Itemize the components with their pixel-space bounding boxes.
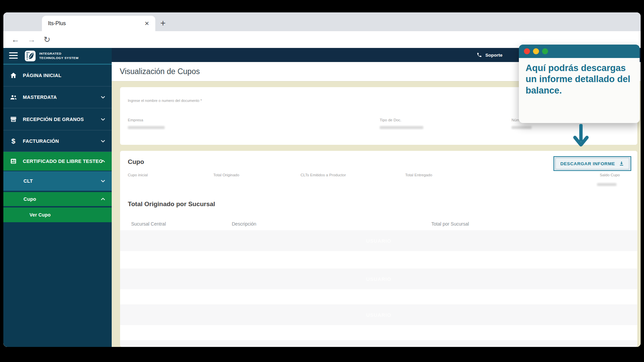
tooltip-yellow-dot-icon [533, 48, 539, 54]
sidebar-item-facturacion[interactable]: $ FACTURACIÓN [3, 130, 112, 152]
col-header-sucursal-central: Sucursal Central [131, 221, 166, 227]
close-tab-icon[interactable]: ✕ [145, 20, 149, 27]
dollar-icon: $ [9, 137, 17, 145]
tooltip-text: Aquí podrás descargas un informe detalla… [526, 63, 633, 96]
usuario-watermark: USUARIO [366, 276, 391, 282]
phone-icon [477, 52, 482, 58]
metric-cupo-inicial: Cupo inicial [128, 173, 148, 177]
search-hint-label: Ingrese el nombre o numero del documento… [128, 99, 202, 103]
table-row[interactable]: USUARIO [120, 340, 637, 347]
sidebar-item-label: PÁGINA INICIAL [23, 73, 61, 78]
back-icon[interactable]: ← [11, 35, 19, 44]
document-icon [9, 158, 17, 165]
metric-clts-emitidos: CLTs Emitidos a Productor [301, 173, 346, 177]
tooltip-red-dot-icon [524, 48, 530, 54]
chevron-up-icon [100, 159, 106, 164]
sidebar-item-label: MASTERDATA [23, 95, 57, 100]
descargar-informe-button[interactable]: DESCARGAR INFORME [555, 158, 629, 169]
sidebar-item-label: CLT [23, 178, 33, 184]
table-row[interactable]: USUARIO [120, 230, 637, 251]
sidebar-item-certificado-de-libre-testeo[interactable]: CERTIFICADO DE LIBRE TESTEO [3, 152, 112, 171]
download-button-label: DESCARGAR INFORME [560, 161, 615, 166]
cupo-card: Cupo Cupo inicial Total Originado CLTs E… [120, 151, 637, 347]
empresa-redacted-value [128, 126, 165, 129]
sidebar: INTEGRATED TECHNOLOGY SYSTEM PÁGINA INIC… [3, 48, 112, 347]
storefront-icon [9, 116, 17, 123]
sidebar-item-label: FACTURACIÓN [23, 138, 59, 144]
col-header-total-por-sucursal: Total por Sucursal [431, 221, 469, 227]
section-title: Total Originado por Sucursal [128, 200, 215, 208]
download-icon [619, 161, 625, 167]
metric-total-entregado: Total Entregado [405, 173, 432, 177]
group-icon [9, 94, 17, 101]
saldo-redacted-value [597, 183, 616, 186]
usuario-watermark: USUARIO [366, 312, 391, 318]
new-tab-icon[interactable]: + [160, 17, 166, 29]
sidebar-item-label: Ver Cupo [30, 212, 51, 218]
support-label: Soporte [485, 53, 502, 58]
table-row[interactable]: USUARIO [120, 268, 637, 289]
chevron-up-icon [100, 196, 106, 202]
browser-tab[interactable]: Its-Plus ✕ [42, 16, 155, 31]
home-icon [9, 72, 17, 79]
its-logo: INTEGRATED TECHNOLOGY SYSTEM [24, 50, 78, 62]
forward-icon[interactable]: → [28, 35, 36, 44]
hamburger-menu-icon[interactable] [9, 52, 18, 59]
metric-saldo-cupo: Saldo Cupo [600, 173, 620, 177]
onboarding-tooltip: Aquí podrás descargas un informe detalla… [519, 45, 640, 123]
sidebar-item-label: CERTIFICADO DE LIBRE TESTEO [23, 159, 103, 164]
tipo-doc-field-label: Tipo de Doc. [380, 118, 401, 122]
browser-tabstrip: Its-Plus ✕ + [3, 12, 641, 31]
table-row[interactable]: USUARIO [120, 304, 637, 325]
sidebar-header: INTEGRATED TECHNOLOGY SYSTEM [3, 48, 112, 65]
sidebar-item-label: Cupo [23, 196, 36, 202]
download-button-highlight: DESCARGAR INFORME [553, 156, 631, 171]
numero-redacted-value [512, 126, 532, 129]
tooltip-arrow-down-icon [572, 124, 590, 148]
chevron-down-icon [100, 138, 106, 144]
reload-icon[interactable]: ↻ [44, 35, 50, 44]
col-header-descripcion: Descripción [232, 221, 256, 227]
tipo-doc-redacted-value [380, 126, 423, 129]
sidebar-item-pagina-inicial[interactable]: PÁGINA INICIAL [3, 65, 112, 86]
sidebar-item-cupo[interactable]: Cupo [3, 192, 112, 206]
chevron-down-icon [100, 117, 106, 122]
tooltip-header [519, 45, 640, 58]
metric-total-originado: Total Originado [213, 173, 239, 177]
tooltip-green-dot-icon [542, 48, 548, 54]
sidebar-item-masterdata[interactable]: MASTERDATA [3, 86, 112, 108]
sidebar-item-ver-cupo[interactable]: Ver Cupo [3, 207, 112, 222]
sidebar-item-clt[interactable]: CLT [3, 171, 112, 191]
logo-text: INTEGRATED TECHNOLOGY SYSTEM [39, 52, 78, 60]
chevron-down-icon [100, 178, 106, 184]
sidebar-item-recepcion-de-granos[interactable]: RECEPCIÓN DE GRANOS [3, 108, 112, 130]
support-button[interactable]: Soporte [477, 48, 502, 62]
chevron-down-icon [100, 95, 106, 100]
page-title: Visualización de Cupos [120, 67, 200, 76]
cupo-title: Cupo [128, 158, 144, 166]
usuario-watermark: USUARIO [366, 238, 391, 244]
sidebar-item-label: RECEPCIÓN DE GRANOS [23, 117, 84, 122]
empresa-field-label: Empresa [128, 118, 143, 122]
screenshot-stage: Its-Plus ✕ + ← → ↻ https://portal.its-pl… [0, 0, 644, 362]
its-logo-icon [24, 50, 36, 62]
tab-title: Its-Plus [48, 20, 145, 26]
